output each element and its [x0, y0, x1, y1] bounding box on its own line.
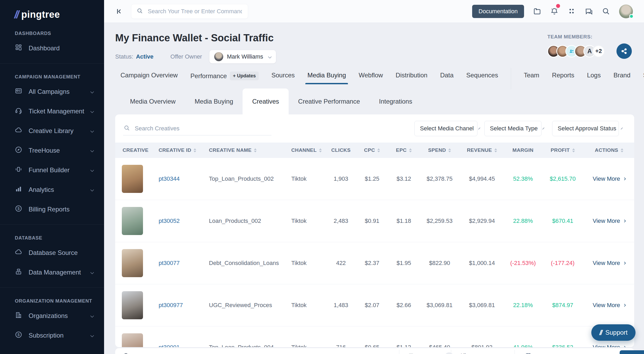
- sidebar-item-analytics[interactable]: Analytics: [0, 180, 104, 200]
- columns-button[interactable]: Columns: [408, 352, 454, 354]
- subtab-creatives[interactable]: Creatives: [243, 88, 288, 114]
- dollar-circle-icon: $: [15, 331, 22, 340]
- search-icon[interactable]: [602, 7, 610, 15]
- column-header-actions[interactable]: ACTIONS: [584, 147, 634, 153]
- sidebar-item-data-management[interactable]: Data Management: [0, 263, 104, 282]
- offer-owner-select[interactable]: Mark Williams: [209, 50, 276, 63]
- sidebar-item-billing-reports[interactable]: $ Billing Reports: [0, 200, 104, 219]
- tab-webflow[interactable]: Webflow: [359, 72, 383, 84]
- creative-thumbnail[interactable]: [122, 333, 143, 347]
- global-search-input[interactable]: [147, 8, 243, 15]
- subtab-media-overview[interactable]: Media Overview: [120, 88, 185, 114]
- revenue: $2,929.94: [459, 218, 504, 224]
- sort-icon[interactable]: [494, 148, 497, 152]
- add-source-button[interactable]: + Add Source: [620, 350, 644, 354]
- support-button[interactable]: // Support: [591, 324, 636, 341]
- sidebar-item-label: Organizations: [29, 312, 68, 320]
- tab-brand[interactable]: Brand: [614, 72, 630, 84]
- sort-icon[interactable]: [377, 148, 380, 152]
- creative-id-link[interactable]: pt300977: [155, 302, 204, 309]
- tab-distribution[interactable]: Distribution: [396, 72, 427, 84]
- sort-icon[interactable]: [319, 148, 322, 152]
- apps-grid-icon[interactable]: [567, 7, 576, 15]
- sort-icon[interactable]: [254, 148, 257, 152]
- view-more-button[interactable]: View More: [584, 260, 634, 267]
- sidebar-item-label: Data Management: [29, 269, 81, 276]
- toolbar-divider: [399, 350, 399, 354]
- columns-badge[interactable]: [445, 352, 454, 354]
- column-header-cpc[interactable]: CPC: [356, 147, 388, 153]
- sources-search-input[interactable]: [133, 353, 213, 354]
- subtab-integrations[interactable]: Integrations: [369, 88, 422, 114]
- sidebar-item-creative-library[interactable]: Creative Library: [0, 121, 104, 141]
- sidebar-item-treehouse[interactable]: TreeHouse: [0, 141, 104, 160]
- sidebar-item-subscription[interactable]: $ Subscription: [0, 326, 104, 345]
- spend: $465.40: [420, 344, 459, 347]
- share-button[interactable]: [616, 43, 632, 59]
- sort-icon[interactable]: [409, 148, 412, 152]
- media-type-select[interactable]: Select Media Type: [484, 121, 542, 136]
- sidebar-item-label: TreeHouse: [29, 147, 60, 154]
- tab-performance[interactable]: Performance+ Updates: [190, 72, 259, 86]
- creative-id-link[interactable]: pt30344: [155, 175, 204, 182]
- team-members-label: TEAM MEMBERS:: [547, 34, 632, 40]
- creative-id-link[interactable]: pt30001: [155, 344, 204, 347]
- sidebar-item-database-source[interactable]: Database Source: [0, 243, 104, 263]
- column-header-epc[interactable]: EPC: [388, 147, 420, 153]
- column-header-channel[interactable]: CHANNEL: [283, 147, 326, 153]
- media-channel-select[interactable]: Select Media Chanel: [414, 121, 477, 136]
- tab-sources[interactable]: Sources: [271, 72, 295, 84]
- sidebar-item-dashboard[interactable]: Dashboard: [0, 38, 104, 58]
- documentation-button[interactable]: Documentation: [472, 5, 524, 18]
- sort-icon[interactable]: [572, 148, 575, 152]
- view-more-button[interactable]: View More: [584, 175, 634, 182]
- sort-icon[interactable]: [448, 148, 451, 152]
- approval-status-select[interactable]: Select Approval Status: [552, 121, 619, 136]
- creative-thumbnail[interactable]: [122, 291, 143, 319]
- tab-label: Sequences: [466, 72, 498, 79]
- tab-media-buying[interactable]: Media Buying: [307, 72, 346, 84]
- subtab-creative-performance[interactable]: Creative Performance: [289, 88, 369, 114]
- team-avatar-overflow[interactable]: +2: [592, 45, 605, 57]
- folder-icon[interactable]: [533, 7, 541, 15]
- sidebar-item-organizations[interactable]: Organizations: [0, 306, 104, 326]
- subtab-media-buying[interactable]: Media Buying: [185, 88, 243, 114]
- column-header-profit[interactable]: PROFIT: [542, 147, 584, 153]
- channel: Tiktok: [283, 344, 326, 347]
- tab-team[interactable]: Team: [524, 72, 539, 84]
- view-more-button[interactable]: View More: [584, 302, 634, 309]
- sort-icon[interactable]: [194, 148, 196, 152]
- support-logo-icon: //: [599, 329, 601, 337]
- tab-data[interactable]: Data: [440, 72, 454, 84]
- tab-logs[interactable]: Logs: [587, 72, 601, 84]
- creative-id-link[interactable]: pt30077: [155, 260, 204, 267]
- date-range-value: Dec 08, 2025 - Dec 08, 2025: [535, 353, 610, 354]
- creatives-search-input[interactable]: [134, 125, 271, 132]
- notifications-bell-icon[interactable]: [550, 7, 558, 15]
- all-filter-select[interactable]: All: [459, 352, 466, 354]
- sidebar-collapse-icon[interactable]: [115, 7, 123, 15]
- view-more-button[interactable]: View More: [584, 218, 634, 224]
- tab-label: Sources: [271, 72, 295, 79]
- tab-campaign-overview[interactable]: Campaign Overview: [120, 72, 178, 84]
- creative-thumbnail[interactable]: [122, 165, 143, 193]
- user-avatar[interactable]: [619, 5, 633, 18]
- view-more-button[interactable]: View More: [584, 344, 634, 347]
- sidebar-item-all-campaigns[interactable]: All Campaigns: [0, 82, 104, 101]
- channel: Tiktok: [283, 260, 326, 267]
- dollar-circle-icon: $: [15, 205, 22, 214]
- sidebar-item-funnel-builder[interactable]: Funnel Builder: [0, 160, 104, 180]
- tab-sequences[interactable]: Sequences: [466, 72, 498, 84]
- column-header-spend[interactable]: SPEND: [420, 147, 459, 153]
- column-header-creative-name[interactable]: CREATIVE NAME: [204, 147, 283, 153]
- tab-reports[interactable]: Reports: [552, 72, 574, 84]
- date-range-picker[interactable]: Dec 08, 2025 - Dec 08, 2025: [525, 352, 616, 354]
- column-header-creative-id[interactable]: CREATIVE ID: [155, 147, 204, 153]
- sort-icon[interactable]: [621, 148, 623, 152]
- creative-thumbnail[interactable]: [122, 249, 143, 277]
- column-header-revenue[interactable]: REVENUE: [459, 147, 504, 153]
- creative-thumbnail[interactable]: [122, 207, 143, 235]
- sidebar-item-ticket-management[interactable]: Ticket Management: [0, 101, 104, 121]
- creative-id-link[interactable]: pt30052: [155, 218, 204, 224]
- messages-icon[interactable]: [585, 7, 593, 15]
